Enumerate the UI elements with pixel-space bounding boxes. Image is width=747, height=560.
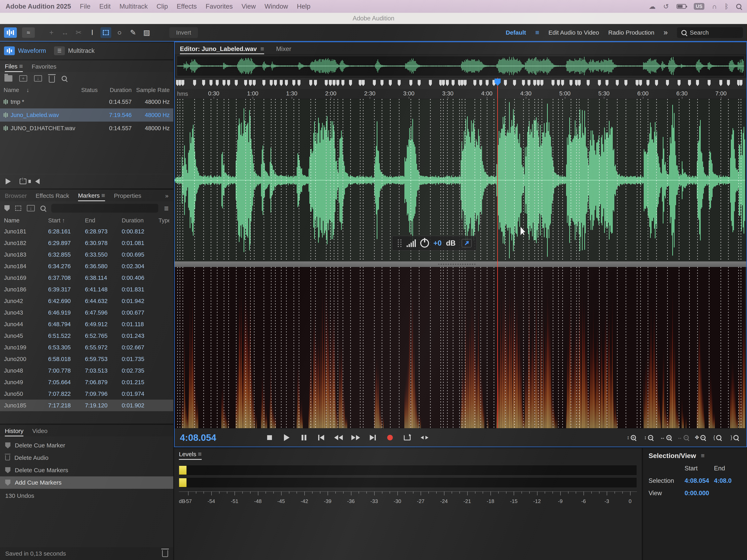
workspace-edit-audio-to-video[interactable]: Edit Audio to Video xyxy=(548,29,599,36)
marker-row[interactable]: Juno487:00.7787:03.5130:02.735 xyxy=(0,365,173,376)
zoom-in-time-button[interactable]: ↔+ xyxy=(659,432,672,443)
workspace-default[interactable]: Default xyxy=(506,29,526,36)
file-row[interactable]: tmp *0:14.55748000 Hz xyxy=(0,95,173,108)
overview-strip[interactable] xyxy=(175,54,746,78)
spotlight-search-icon[interactable] xyxy=(736,4,741,9)
markers-search-icon[interactable] xyxy=(41,206,46,211)
new-item-icon[interactable]: + xyxy=(19,75,27,82)
file-row[interactable]: Juno_Labeled.wav7:19.54648000 Hz xyxy=(0,108,173,122)
menubar-item[interactable]: File xyxy=(80,3,91,10)
waveform-spectral-divider[interactable] xyxy=(175,261,746,267)
marker-row[interactable]: Juno1816:28.1616:28.9730:00.812 xyxy=(0,225,173,237)
zoom-out-selection-button[interactable]: } xyxy=(728,432,741,443)
move-playhead-button[interactable] xyxy=(419,433,430,443)
marker-row[interactable]: Juno1996:53.3056:55.9720:02.667 xyxy=(0,342,173,353)
tab-favorites[interactable]: Favorites xyxy=(32,63,56,72)
history-item[interactable]: Delete Audio xyxy=(0,452,173,464)
save-icon[interactable] xyxy=(34,75,42,82)
range-marker-icon[interactable] xyxy=(15,206,21,211)
marker-row[interactable]: Juno1836:32.8556:33.5500:00.695 xyxy=(0,249,173,260)
file-row[interactable]: JUNO_D1HATCHET.wav0:14.55748000 Hz xyxy=(0,122,173,135)
marker-row[interactable]: Juno507:07.8227:09.7960:01.974 xyxy=(0,388,173,400)
waveform-view-button[interactable]: Waveform xyxy=(4,46,46,55)
view-start-value[interactable]: 0:00.000 xyxy=(685,489,712,497)
multitrack-view-button[interactable]: ☰ Multitrack xyxy=(54,46,95,55)
rewind-button[interactable] xyxy=(333,433,344,443)
menubar-item[interactable]: Effects xyxy=(177,3,197,10)
loop-playback-button[interactable] xyxy=(402,433,413,443)
selection-start-value[interactable]: 4:08.054 xyxy=(685,477,712,484)
workspace-menu-icon[interactable]: ≡ xyxy=(535,29,539,36)
history-item[interactable]: Add Cue Markers xyxy=(0,476,173,489)
tab-browser[interactable]: Browser xyxy=(5,192,27,201)
marker-row[interactable]: Juno446:48.7946:49.9120:01.118 xyxy=(0,318,173,330)
spot-healing-brush-tool[interactable]: ▨ xyxy=(141,27,152,38)
fast-forward-button[interactable] xyxy=(350,433,361,443)
spectral-display[interactable] xyxy=(175,267,746,428)
marker-row[interactable]: Juno436:46.9196:47.5960:00.677 xyxy=(0,307,173,318)
selection-view-menu-icon[interactable]: ≡ xyxy=(701,452,704,459)
marker-row[interactable]: Juno2006:58.0186:59.7530:01.735 xyxy=(0,353,173,365)
hud-pin-button[interactable] xyxy=(462,239,472,247)
tab-markers[interactable]: Markers ≡ xyxy=(78,192,105,201)
marker-flags-ruler[interactable] xyxy=(175,78,746,89)
skip-to-start-button[interactable] xyxy=(315,433,327,443)
headphones-icon[interactable]: ∩ xyxy=(712,3,717,10)
bluetooth-icon[interactable]: ᛒ xyxy=(725,3,728,10)
zoom-out-amplitude-button[interactable]: ↕− xyxy=(642,432,655,443)
marker-row[interactable]: Juno1857:17.2187:19.1200:01.902 xyxy=(0,400,173,411)
zoom-reset-button[interactable]: ✥− xyxy=(694,432,707,443)
menubar-item[interactable]: Favorites xyxy=(206,3,233,10)
history-item[interactable]: Delete Cue Markers xyxy=(0,464,173,476)
zoom-in-amplitude-button[interactable]: ↕+ xyxy=(625,432,638,443)
tab-video[interactable]: Video xyxy=(32,428,47,436)
tab-files[interactable]: Files ≡ xyxy=(5,62,23,72)
play-button[interactable] xyxy=(281,433,292,443)
time-selection-tool[interactable]: I xyxy=(87,27,98,38)
marker-row[interactable]: Juno1826:29.8976:30.9780:01.081 xyxy=(0,237,173,249)
speaker-icon[interactable] xyxy=(35,179,40,184)
gain-hud[interactable]: +0 dB xyxy=(392,236,476,250)
view-end-value[interactable] xyxy=(714,489,741,497)
export-markers-icon[interactable] xyxy=(27,205,35,211)
stop-button[interactable] xyxy=(264,433,275,443)
razor-tool[interactable]: ✂ xyxy=(73,27,84,38)
history-trash-icon[interactable] xyxy=(162,550,168,557)
files-search-icon[interactable] xyxy=(62,76,67,81)
marker-row[interactable]: Juno497:05.6647:06.8790:01.215 xyxy=(0,376,173,388)
paintbrush-tool[interactable]: ✎ xyxy=(128,27,138,38)
record-button[interactable] xyxy=(384,433,395,443)
menubar-item[interactable]: View xyxy=(241,3,256,10)
files-table-header[interactable]: Name ↓ Status Duration Sample Rate xyxy=(0,85,173,95)
add-marker-icon[interactable] xyxy=(4,205,9,211)
spectral-display-button[interactable]: ≈ xyxy=(22,27,35,38)
menubar-item[interactable]: Clip xyxy=(156,3,168,10)
tab-properties[interactable]: Properties xyxy=(114,192,141,201)
lasso-selection-tool[interactable]: ○ xyxy=(114,27,125,38)
tab-editor[interactable]: Editor: Juno_Labeled.wav≡ xyxy=(180,45,264,54)
tab-effects-rack[interactable]: Effects Rack xyxy=(35,192,69,201)
workspace-overflow-icon[interactable]: » xyxy=(664,28,668,37)
marker-row[interactable]: Juno1696:37.7086:38.1140:00.406 xyxy=(0,272,173,284)
markers-table-header[interactable]: Name Start ↑ End Duration Type xyxy=(0,215,173,225)
workspace-radio-production[interactable]: Radio Production xyxy=(608,29,654,36)
marker-row[interactable]: Juno426:42.6906:44.6320:01.942 xyxy=(0,295,173,307)
menubar-item[interactable]: Multitrack xyxy=(120,3,148,10)
invert-button[interactable]: Invert xyxy=(169,27,198,38)
timeline-ruler[interactable]: hms 0:301:001:302:002:303:003:304:004:30… xyxy=(175,89,746,99)
selection-end-value[interactable]: 4:08.0 xyxy=(714,477,741,484)
workspace-search[interactable]: Search xyxy=(677,27,743,38)
hud-grip-icon[interactable] xyxy=(397,239,402,248)
export-icon[interactable] xyxy=(20,179,26,184)
menubar-app-name[interactable]: Adobe Audition 2025 xyxy=(6,3,71,10)
playhead[interactable] xyxy=(497,78,498,428)
tab-mixer[interactable]: Mixer xyxy=(276,45,291,54)
trash-icon[interactable] xyxy=(49,76,55,83)
history-item[interactable]: Delete Cue Marker xyxy=(0,439,173,452)
menubar-item[interactable]: Window xyxy=(264,3,288,10)
time-machine-icon[interactable]: ↺ xyxy=(663,2,669,10)
tab-levels[interactable]: Levels ≡ xyxy=(179,450,202,460)
zoom-out-time-button[interactable]: ↔− xyxy=(676,432,690,443)
input-source-us[interactable]: US xyxy=(694,3,704,10)
slip-tool[interactable]: ↔ xyxy=(60,27,71,38)
